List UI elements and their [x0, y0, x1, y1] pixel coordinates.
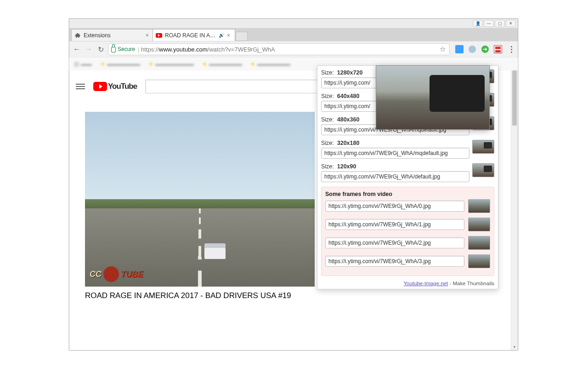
- video-player[interactable]: CC TUBE: [85, 112, 315, 287]
- frames-section: Some frames from video: [321, 187, 494, 276]
- extension-icon-2[interactable]: [468, 45, 476, 53]
- frames-heading: Some frames from video: [325, 191, 490, 197]
- thumbnail-row: Size: 120x90: [321, 163, 494, 182]
- frame-preview[interactable]: [468, 236, 490, 250]
- extension-icon-3[interactable]: ➜: [481, 45, 489, 53]
- user-button[interactable]: 👤: [473, 20, 483, 27]
- window-titlebar: 👤 — ▢ ✕: [69, 19, 518, 28]
- thumbnail-hover-preview: [376, 65, 490, 130]
- audio-icon[interactable]: 🔊: [219, 33, 224, 38]
- tab-strip: Extensions × ROAD RAGE IN AMER 🔊 ×: [69, 28, 518, 41]
- frame-url-input[interactable]: [325, 256, 464, 267]
- frame-row: [325, 218, 490, 231]
- youtube-logo[interactable]: YouTube: [93, 82, 137, 91]
- toolbar: ← → ↻ Secure | https://www.youtube.com/w…: [69, 41, 518, 58]
- video-area: CC TUBE ROAD RAGE IN AMERICA 2017 - BAD …: [85, 112, 315, 300]
- frame-url-input[interactable]: [325, 219, 464, 230]
- video-title: ROAD RAGE IN AMERICA 2017 - BAD DRIVERS …: [85, 291, 315, 300]
- tab-extensions[interactable]: Extensions ×: [71, 29, 154, 41]
- tab-youtube[interactable]: ROAD RAGE IN AMER 🔊 ×: [153, 29, 235, 41]
- frame-row: [325, 254, 490, 268]
- frame-preview[interactable]: [468, 218, 490, 231]
- frame-preview[interactable]: [468, 254, 490, 268]
- size-label: Size: 120x90: [321, 163, 469, 170]
- close-window-button[interactable]: ✕: [506, 20, 516, 27]
- youtube-image-extension-icon[interactable]: [494, 45, 502, 53]
- secure-label: Secure: [118, 46, 135, 52]
- frame-url-input[interactable]: [325, 201, 464, 212]
- vertical-scrollbar[interactable]: ▲ ▼: [511, 70, 518, 350]
- back-button[interactable]: ←: [72, 45, 81, 54]
- scroll-thumb[interactable]: [512, 70, 517, 126]
- thumbnail-url-input[interactable]: [321, 148, 469, 159]
- secure-badge: Secure: [111, 46, 135, 52]
- reload-button[interactable]: ↻: [96, 45, 105, 54]
- page-url: https://www.youtube.com/watch?v=7WE9rGj_…: [141, 46, 439, 53]
- thumbnail-preview[interactable]: [472, 140, 494, 154]
- minimize-button[interactable]: —: [484, 20, 494, 27]
- youtube-wordmark: YouTube: [108, 82, 137, 91]
- forward-button[interactable]: →: [84, 45, 93, 54]
- maximize-button[interactable]: ▢: [495, 20, 505, 27]
- puzzle-icon: [74, 32, 81, 39]
- youtube-icon: [156, 32, 162, 39]
- frame-row: [325, 236, 490, 250]
- frame-preview[interactable]: [468, 199, 490, 213]
- close-icon[interactable]: ×: [226, 32, 231, 39]
- address-bar[interactable]: Secure | https://www.youtube.com/watch?v…: [108, 43, 450, 55]
- popup-footer: Youtube-Image.net - Make Thumbnails: [321, 279, 494, 286]
- footer-text: - Make Thumbnails: [448, 281, 494, 286]
- footer-link[interactable]: Youtube-Image.net: [403, 281, 448, 286]
- close-icon[interactable]: ×: [145, 32, 150, 39]
- extension-icons: ➜: [452, 45, 505, 53]
- watermark-badge: CC TUBE: [90, 266, 143, 282]
- thumbnail-preview[interactable]: [472, 163, 494, 177]
- bookmark-star-icon[interactable]: ☆: [439, 45, 447, 53]
- scroll-down-arrow-icon[interactable]: ▼: [511, 344, 518, 350]
- new-tab-button[interactable]: [236, 32, 248, 41]
- size-label: Size: 320x180: [321, 140, 469, 146]
- tab-label: Extensions: [84, 32, 145, 39]
- hamburger-icon[interactable]: [76, 84, 85, 89]
- youtube-logo-icon: [93, 82, 107, 91]
- lock-icon: [111, 47, 116, 52]
- frame-row: [325, 199, 490, 213]
- frame-url-input[interactable]: [325, 237, 464, 248]
- extension-icon-1[interactable]: [455, 45, 464, 53]
- thumbnail-row: Size: 320x180: [321, 140, 494, 159]
- tab-label: ROAD RAGE IN AMER: [165, 32, 217, 39]
- thumbnail-url-input[interactable]: [321, 171, 469, 182]
- chrome-menu-button[interactable]: [508, 46, 515, 53]
